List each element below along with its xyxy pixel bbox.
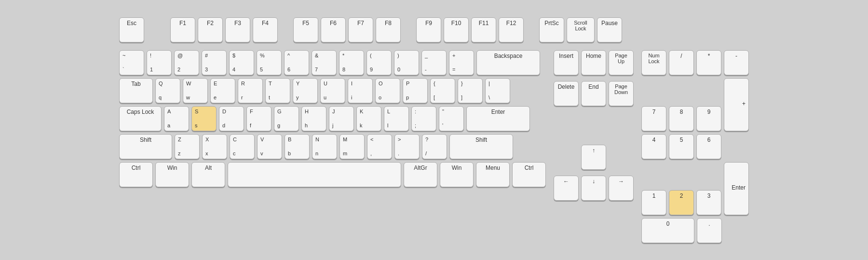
key-y[interactable]: Yy — [293, 78, 318, 103]
key-capslock[interactable]: Caps Lock — [119, 106, 162, 131]
key-m[interactable]: Mm — [339, 134, 365, 159]
key-minus[interactable]: _- — [421, 50, 447, 75]
key-2[interactable]: @2 — [174, 50, 199, 75]
key-s[interactable]: Ss — [191, 106, 217, 131]
key-altgr[interactable]: AltGr — [404, 162, 437, 187]
key-numlock[interactable]: NumLock — [641, 50, 666, 75]
key-x[interactable]: Xx — [202, 134, 227, 159]
key-num-slash[interactable]: / — [669, 50, 694, 75]
key-pagedown[interactable]: PageDown — [609, 81, 634, 106]
key-rwin[interactable]: Win — [440, 162, 474, 187]
key-f8[interactable]: F8 — [376, 17, 401, 42]
key-8[interactable]: *8 — [339, 50, 364, 75]
key-num3[interactable]: 3 — [696, 190, 721, 215]
key-insert[interactable]: Insert — [554, 50, 579, 75]
key-f[interactable]: Ff — [246, 106, 271, 131]
key-6[interactable]: ^6 — [284, 50, 309, 75]
key-enter[interactable]: Enter — [466, 106, 530, 131]
key-lctrl[interactable]: Ctrl — [119, 162, 153, 187]
key-num0[interactable]: 0 — [641, 218, 694, 243]
key-n[interactable]: Nn — [312, 134, 337, 159]
key-num8[interactable]: 8 — [669, 106, 694, 131]
key-3[interactable]: #3 — [202, 50, 227, 75]
key-num-enter[interactable]: Enter — [724, 162, 749, 215]
key-t[interactable]: Tt — [265, 78, 290, 103]
key-a[interactable]: Aa — [164, 106, 189, 131]
key-9[interactable]: (9 — [366, 50, 392, 75]
key-right[interactable]: → — [609, 176, 634, 201]
key-4[interactable]: $4 — [229, 50, 254, 75]
key-f9[interactable]: F9 — [416, 17, 441, 42]
key-num-plus[interactable]: + — [724, 78, 749, 131]
key-rbracket[interactable]: }] — [458, 78, 483, 103]
key-up[interactable]: ↑ — [581, 145, 606, 170]
key-down[interactable]: ↓ — [581, 176, 606, 201]
key-q[interactable]: Qq — [155, 78, 180, 103]
key-f11[interactable]: F11 — [471, 17, 496, 42]
key-k[interactable]: Kk — [356, 106, 381, 131]
key-num5[interactable]: 5 — [669, 134, 694, 159]
key-f1[interactable]: F1 — [170, 17, 195, 42]
key-z[interactable]: Zz — [175, 134, 200, 159]
key-l[interactable]: Ll — [384, 106, 409, 131]
key-prtsc[interactable]: PrtSc — [539, 17, 564, 42]
key-lalt[interactable]: Alt — [191, 162, 225, 187]
key-tab[interactable]: Tab — [119, 78, 153, 103]
key-num4[interactable]: 4 — [641, 134, 666, 159]
key-home[interactable]: Home — [581, 50, 606, 75]
key-equals[interactable]: += — [449, 50, 474, 75]
key-lwin[interactable]: Win — [155, 162, 189, 187]
key-num-asterisk[interactable]: * — [696, 50, 721, 75]
key-w[interactable]: Ww — [183, 78, 208, 103]
key-lshift[interactable]: Shift — [119, 134, 172, 159]
key-period[interactable]: >. — [394, 134, 420, 159]
key-end[interactable]: End — [581, 81, 606, 106]
key-slash[interactable]: ?/ — [422, 134, 447, 159]
key-f7[interactable]: F7 — [348, 17, 373, 42]
key-scroll-lock[interactable]: ScrollLock — [567, 17, 595, 42]
key-i[interactable]: Ii — [348, 78, 373, 103]
key-r[interactable]: Rr — [238, 78, 263, 103]
key-f10[interactable]: F10 — [444, 17, 469, 42]
key-f5[interactable]: F5 — [293, 17, 318, 42]
key-left[interactable]: ← — [554, 176, 579, 201]
key-num7[interactable]: 7 — [641, 106, 666, 131]
key-menu[interactable]: Menu — [476, 162, 510, 187]
key-lbracket[interactable]: {[ — [430, 78, 455, 103]
key-d[interactable]: Dd — [219, 106, 244, 131]
key-b[interactable]: Bb — [285, 134, 310, 159]
key-num9[interactable]: 9 — [696, 106, 721, 131]
key-f12[interactable]: F12 — [499, 17, 524, 42]
key-quote[interactable]: "' — [439, 106, 464, 131]
key-num6[interactable]: 6 — [696, 134, 721, 159]
key-rshift[interactable]: Shift — [449, 134, 513, 159]
key-f4[interactable]: F4 — [253, 17, 278, 42]
key-f3[interactable]: F3 — [225, 17, 250, 42]
key-1[interactable]: !1 — [147, 50, 172, 75]
key-esc[interactable]: Esc — [119, 17, 144, 42]
key-f2[interactable]: F2 — [198, 17, 223, 42]
key-space[interactable] — [228, 162, 401, 187]
key-num1[interactable]: 1 — [641, 190, 666, 215]
key-backtick[interactable]: ~` — [119, 50, 144, 75]
key-0[interactable]: )0 — [394, 50, 419, 75]
key-g[interactable]: Gg — [274, 106, 299, 131]
key-num-minus[interactable]: - — [724, 50, 749, 75]
key-o[interactable]: Oo — [375, 78, 400, 103]
key-num-dot[interactable]: . — [697, 218, 722, 243]
key-num2[interactable]: 2 — [669, 190, 694, 215]
key-5[interactable]: %5 — [257, 50, 282, 75]
key-rctrl[interactable]: Ctrl — [512, 162, 546, 187]
key-comma[interactable]: <, — [367, 134, 392, 159]
key-u[interactable]: Uu — [320, 78, 345, 103]
key-j[interactable]: Jj — [329, 106, 354, 131]
key-backslash[interactable]: |\ — [485, 78, 510, 103]
key-p[interactable]: Pp — [403, 78, 428, 103]
key-c[interactable]: Cc — [230, 134, 255, 159]
key-backspace[interactable]: Backspace — [476, 50, 540, 75]
key-v[interactable]: Vv — [257, 134, 282, 159]
key-e[interactable]: Ee — [210, 78, 235, 103]
key-h[interactable]: Hh — [301, 106, 326, 131]
key-7[interactable]: &7 — [312, 50, 337, 75]
key-pageup[interactable]: PageUp — [609, 50, 634, 75]
